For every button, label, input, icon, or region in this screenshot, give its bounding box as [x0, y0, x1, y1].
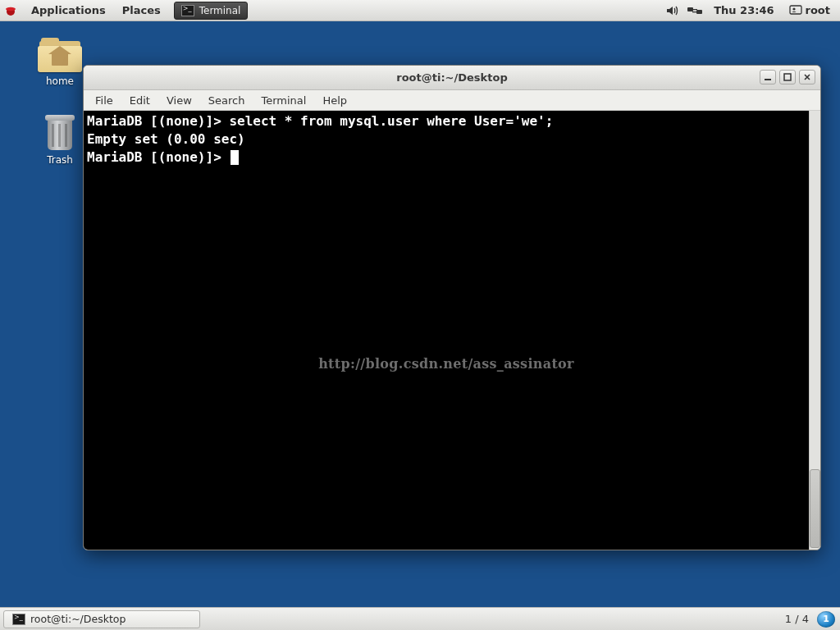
places-menu[interactable]: Places	[114, 0, 169, 21]
terminal-window: root@ti:~/Desktop File Edit View Search …	[83, 65, 821, 550]
terminal-viewport[interactable]: MariaDB [(none)]> select * from mysql.us…	[84, 111, 809, 550]
svg-rect-4	[692, 9, 697, 10]
applications-menu[interactable]: Applications	[23, 0, 114, 21]
taskbar-button-label: root@ti:~/Desktop	[30, 613, 126, 625]
top-panel: Applications Places Terminal Thu 23:46	[0, 0, 840, 21]
svg-rect-2	[687, 7, 693, 11]
clock[interactable]: Thu 23:46	[710, 4, 777, 16]
desktop-icon-home[interactable]: home	[30, 38, 90, 87]
svg-point-7	[792, 7, 795, 10]
window-menubar: File Edit View Search Terminal Help	[84, 90, 820, 111]
terminal-icon	[181, 5, 194, 16]
window-title: root@ti:~/Desktop	[84, 71, 820, 84]
svg-rect-9	[784, 74, 791, 80]
distro-logo-icon	[3, 3, 18, 18]
user-name: root	[806, 4, 831, 16]
window-controls	[760, 70, 815, 84]
svg-rect-6	[790, 6, 801, 14]
workspace-indicator[interactable]: 1	[817, 611, 835, 628]
trash-icon	[42, 115, 78, 153]
system-tray: Thu 23:46 root	[664, 3, 840, 18]
menu-file[interactable]: File	[87, 94, 121, 107]
window-titlebar[interactable]: root@ti:~/Desktop	[84, 66, 820, 90]
terminal-icon	[12, 614, 25, 625]
top-task-terminal[interactable]: Terminal	[174, 2, 249, 20]
bottom-panel: root@ti:~/Desktop 1 / 4 1	[0, 607, 840, 630]
desktop-icon-label: Trash	[30, 154, 90, 166]
terminal-cursor	[231, 150, 239, 165]
network-icon[interactable]	[687, 3, 702, 18]
svg-rect-8	[765, 79, 771, 80]
desktop-icon-label: home	[30, 75, 90, 87]
minimize-button[interactable]	[760, 70, 776, 84]
menu-edit[interactable]: Edit	[121, 94, 158, 107]
user-icon	[789, 5, 802, 16]
menu-help[interactable]: Help	[314, 94, 355, 107]
terminal-line: Empty set (0.00 sec)	[87, 130, 806, 148]
terminal-line: MariaDB [(none)]> select * from mysql.us…	[87, 112, 806, 130]
svg-point-1	[6, 7, 16, 10]
top-task-label: Terminal	[199, 5, 241, 16]
volume-icon[interactable]	[664, 3, 679, 18]
bottom-right-tray: 1 / 4 1	[785, 611, 840, 628]
watermark-text: http://blog.csdn.net/ass_assinator	[318, 355, 574, 373]
svg-rect-5	[692, 11, 697, 12]
svg-rect-3	[696, 10, 702, 14]
maximize-button[interactable]	[779, 70, 796, 84]
page-indicator: 1 / 4	[785, 613, 809, 625]
menu-search[interactable]: Search	[200, 94, 253, 107]
menu-view[interactable]: View	[158, 94, 200, 107]
terminal-scrollbar[interactable]	[809, 111, 820, 550]
terminal-prompt-line: MariaDB [(none)]>	[87, 148, 806, 167]
taskbar-button-terminal[interactable]: root@ti:~/Desktop	[3, 610, 200, 628]
menu-terminal[interactable]: Terminal	[253, 94, 314, 107]
folder-icon	[38, 38, 82, 74]
close-button[interactable]	[799, 70, 815, 84]
scrollbar-thumb[interactable]	[810, 469, 820, 548]
desktop-icon-trash[interactable]: Trash	[30, 115, 90, 166]
user-menu[interactable]: root	[786, 4, 834, 16]
